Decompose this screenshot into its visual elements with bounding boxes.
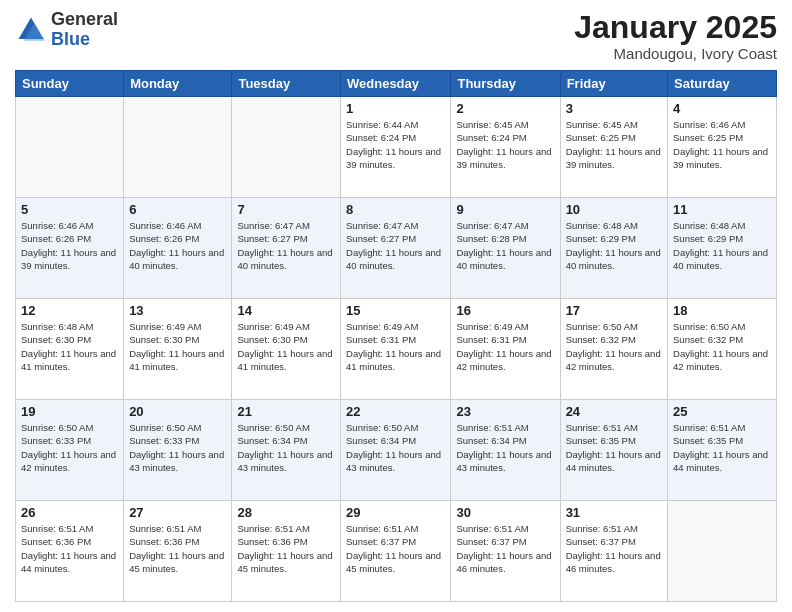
weekday-wednesday: Wednesday	[341, 71, 451, 97]
day-number: 16	[456, 303, 554, 318]
day-cell: 7Sunrise: 6:47 AMSunset: 6:27 PMDaylight…	[232, 198, 341, 299]
day-number: 29	[346, 505, 445, 520]
day-cell: 21Sunrise: 6:50 AMSunset: 6:34 PMDayligh…	[232, 400, 341, 501]
day-info: Sunrise: 6:50 AMSunset: 6:34 PMDaylight:…	[237, 421, 335, 474]
day-cell: 11Sunrise: 6:48 AMSunset: 6:29 PMDayligh…	[668, 198, 777, 299]
day-info: Sunrise: 6:51 AMSunset: 6:37 PMDaylight:…	[566, 522, 662, 575]
day-number: 4	[673, 101, 771, 116]
day-number: 12	[21, 303, 118, 318]
day-number: 10	[566, 202, 662, 217]
day-number: 3	[566, 101, 662, 116]
day-number: 8	[346, 202, 445, 217]
day-info: Sunrise: 6:51 AMSunset: 6:35 PMDaylight:…	[673, 421, 771, 474]
day-cell: 19Sunrise: 6:50 AMSunset: 6:33 PMDayligh…	[16, 400, 124, 501]
day-number: 26	[21, 505, 118, 520]
month-title: January 2025	[574, 10, 777, 45]
day-number: 22	[346, 404, 445, 419]
day-number: 14	[237, 303, 335, 318]
day-cell: 22Sunrise: 6:50 AMSunset: 6:34 PMDayligh…	[341, 400, 451, 501]
day-info: Sunrise: 6:46 AMSunset: 6:25 PMDaylight:…	[673, 118, 771, 171]
day-number: 6	[129, 202, 226, 217]
day-info: Sunrise: 6:44 AMSunset: 6:24 PMDaylight:…	[346, 118, 445, 171]
day-info: Sunrise: 6:48 AMSunset: 6:30 PMDaylight:…	[21, 320, 118, 373]
day-info: Sunrise: 6:45 AMSunset: 6:25 PMDaylight:…	[566, 118, 662, 171]
week-row-5: 26Sunrise: 6:51 AMSunset: 6:36 PMDayligh…	[16, 501, 777, 602]
day-info: Sunrise: 6:46 AMSunset: 6:26 PMDaylight:…	[129, 219, 226, 272]
day-cell: 23Sunrise: 6:51 AMSunset: 6:34 PMDayligh…	[451, 400, 560, 501]
day-info: Sunrise: 6:49 AMSunset: 6:30 PMDaylight:…	[237, 320, 335, 373]
day-info: Sunrise: 6:51 AMSunset: 6:36 PMDaylight:…	[237, 522, 335, 575]
page: General Blue January 2025 Mandougou, Ivo…	[0, 0, 792, 612]
day-info: Sunrise: 6:47 AMSunset: 6:27 PMDaylight:…	[346, 219, 445, 272]
day-cell: 28Sunrise: 6:51 AMSunset: 6:36 PMDayligh…	[232, 501, 341, 602]
day-cell: 26Sunrise: 6:51 AMSunset: 6:36 PMDayligh…	[16, 501, 124, 602]
day-cell: 13Sunrise: 6:49 AMSunset: 6:30 PMDayligh…	[124, 299, 232, 400]
day-cell: 10Sunrise: 6:48 AMSunset: 6:29 PMDayligh…	[560, 198, 667, 299]
week-row-4: 19Sunrise: 6:50 AMSunset: 6:33 PMDayligh…	[16, 400, 777, 501]
logo-blue: Blue	[51, 29, 90, 49]
weekday-sunday: Sunday	[16, 71, 124, 97]
day-number: 20	[129, 404, 226, 419]
day-cell	[668, 501, 777, 602]
title-block: January 2025 Mandougou, Ivory Coast	[574, 10, 777, 62]
day-cell: 15Sunrise: 6:49 AMSunset: 6:31 PMDayligh…	[341, 299, 451, 400]
week-row-1: 1Sunrise: 6:44 AMSunset: 6:24 PMDaylight…	[16, 97, 777, 198]
day-info: Sunrise: 6:51 AMSunset: 6:37 PMDaylight:…	[456, 522, 554, 575]
day-cell: 14Sunrise: 6:49 AMSunset: 6:30 PMDayligh…	[232, 299, 341, 400]
day-number: 9	[456, 202, 554, 217]
day-number: 11	[673, 202, 771, 217]
day-number: 24	[566, 404, 662, 419]
day-cell: 1Sunrise: 6:44 AMSunset: 6:24 PMDaylight…	[341, 97, 451, 198]
day-info: Sunrise: 6:46 AMSunset: 6:26 PMDaylight:…	[21, 219, 118, 272]
week-row-3: 12Sunrise: 6:48 AMSunset: 6:30 PMDayligh…	[16, 299, 777, 400]
logo-general: General	[51, 9, 118, 29]
day-info: Sunrise: 6:51 AMSunset: 6:35 PMDaylight:…	[566, 421, 662, 474]
day-cell: 4Sunrise: 6:46 AMSunset: 6:25 PMDaylight…	[668, 97, 777, 198]
day-number: 2	[456, 101, 554, 116]
day-cell: 29Sunrise: 6:51 AMSunset: 6:37 PMDayligh…	[341, 501, 451, 602]
day-cell	[232, 97, 341, 198]
weekday-thursday: Thursday	[451, 71, 560, 97]
day-number: 21	[237, 404, 335, 419]
day-cell: 5Sunrise: 6:46 AMSunset: 6:26 PMDaylight…	[16, 198, 124, 299]
header: General Blue January 2025 Mandougou, Ivo…	[15, 10, 777, 62]
day-info: Sunrise: 6:50 AMSunset: 6:32 PMDaylight:…	[566, 320, 662, 373]
day-info: Sunrise: 6:47 AMSunset: 6:27 PMDaylight:…	[237, 219, 335, 272]
day-number: 1	[346, 101, 445, 116]
day-cell: 16Sunrise: 6:49 AMSunset: 6:31 PMDayligh…	[451, 299, 560, 400]
day-cell: 3Sunrise: 6:45 AMSunset: 6:25 PMDaylight…	[560, 97, 667, 198]
day-cell: 24Sunrise: 6:51 AMSunset: 6:35 PMDayligh…	[560, 400, 667, 501]
day-cell: 27Sunrise: 6:51 AMSunset: 6:36 PMDayligh…	[124, 501, 232, 602]
day-info: Sunrise: 6:50 AMSunset: 6:32 PMDaylight:…	[673, 320, 771, 373]
day-cell: 2Sunrise: 6:45 AMSunset: 6:24 PMDaylight…	[451, 97, 560, 198]
weekday-monday: Monday	[124, 71, 232, 97]
location-subtitle: Mandougou, Ivory Coast	[574, 45, 777, 62]
day-info: Sunrise: 6:50 AMSunset: 6:34 PMDaylight:…	[346, 421, 445, 474]
day-info: Sunrise: 6:49 AMSunset: 6:30 PMDaylight:…	[129, 320, 226, 373]
day-info: Sunrise: 6:50 AMSunset: 6:33 PMDaylight:…	[129, 421, 226, 474]
day-number: 13	[129, 303, 226, 318]
week-row-2: 5Sunrise: 6:46 AMSunset: 6:26 PMDaylight…	[16, 198, 777, 299]
day-number: 15	[346, 303, 445, 318]
day-number: 30	[456, 505, 554, 520]
day-cell: 17Sunrise: 6:50 AMSunset: 6:32 PMDayligh…	[560, 299, 667, 400]
day-info: Sunrise: 6:51 AMSunset: 6:37 PMDaylight:…	[346, 522, 445, 575]
day-info: Sunrise: 6:45 AMSunset: 6:24 PMDaylight:…	[456, 118, 554, 171]
day-number: 31	[566, 505, 662, 520]
day-info: Sunrise: 6:50 AMSunset: 6:33 PMDaylight:…	[21, 421, 118, 474]
day-cell	[16, 97, 124, 198]
logo: General Blue	[15, 10, 118, 50]
weekday-tuesday: Tuesday	[232, 71, 341, 97]
day-number: 28	[237, 505, 335, 520]
day-cell: 18Sunrise: 6:50 AMSunset: 6:32 PMDayligh…	[668, 299, 777, 400]
day-info: Sunrise: 6:48 AMSunset: 6:29 PMDaylight:…	[566, 219, 662, 272]
day-info: Sunrise: 6:51 AMSunset: 6:36 PMDaylight:…	[21, 522, 118, 575]
day-cell: 8Sunrise: 6:47 AMSunset: 6:27 PMDaylight…	[341, 198, 451, 299]
day-info: Sunrise: 6:47 AMSunset: 6:28 PMDaylight:…	[456, 219, 554, 272]
day-info: Sunrise: 6:51 AMSunset: 6:34 PMDaylight:…	[456, 421, 554, 474]
day-cell: 6Sunrise: 6:46 AMSunset: 6:26 PMDaylight…	[124, 198, 232, 299]
day-cell: 9Sunrise: 6:47 AMSunset: 6:28 PMDaylight…	[451, 198, 560, 299]
calendar: SundayMondayTuesdayWednesdayThursdayFrid…	[15, 70, 777, 602]
day-cell	[124, 97, 232, 198]
day-number: 19	[21, 404, 118, 419]
